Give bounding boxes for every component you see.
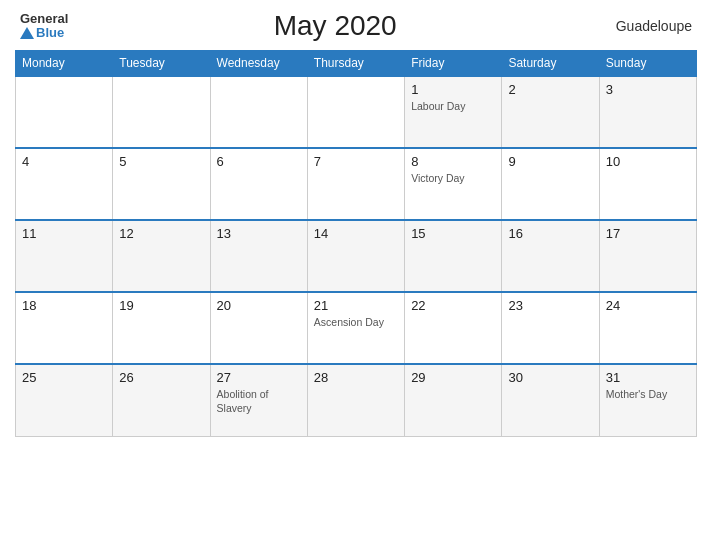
logo-general-text: General — [20, 12, 68, 26]
calendar-cell: 16 — [502, 220, 599, 292]
calendar-cell: 17 — [599, 220, 696, 292]
day-event: Abolition of Slavery — [217, 388, 269, 414]
calendar-cell — [307, 76, 404, 148]
day-event: Victory Day — [411, 172, 465, 184]
day-number: 3 — [606, 82, 690, 97]
calendar-page: General Blue May 2020 Guadeloupe Monday … — [0, 0, 712, 550]
day-number: 31 — [606, 370, 690, 385]
calendar-cell: 12 — [113, 220, 210, 292]
day-number: 27 — [217, 370, 301, 385]
calendar-cell: 13 — [210, 220, 307, 292]
col-friday: Friday — [405, 51, 502, 77]
day-number: 13 — [217, 226, 301, 241]
col-monday: Monday — [16, 51, 113, 77]
day-event: Labour Day — [411, 100, 465, 112]
logo-triangle-icon — [20, 27, 34, 39]
calendar-cell: 2 — [502, 76, 599, 148]
calendar-table: Monday Tuesday Wednesday Thursday Friday… — [15, 50, 697, 437]
calendar-cell — [210, 76, 307, 148]
calendar-cell: 21Ascension Day — [307, 292, 404, 364]
day-number: 12 — [119, 226, 203, 241]
calendar-cell: 1Labour Day — [405, 76, 502, 148]
calendar-cell: 15 — [405, 220, 502, 292]
calendar-week-row: 18192021Ascension Day222324 — [16, 292, 697, 364]
day-number: 23 — [508, 298, 592, 313]
day-number: 11 — [22, 226, 106, 241]
calendar-cell — [16, 76, 113, 148]
calendar-cell: 23 — [502, 292, 599, 364]
calendar-cell: 7 — [307, 148, 404, 220]
calendar-cell: 27Abolition of Slavery — [210, 364, 307, 436]
day-number: 7 — [314, 154, 398, 169]
calendar-cell: 4 — [16, 148, 113, 220]
calendar-cell: 19 — [113, 292, 210, 364]
day-number: 21 — [314, 298, 398, 313]
calendar-week-row: 252627Abolition of Slavery28293031Mother… — [16, 364, 697, 436]
calendar-cell: 6 — [210, 148, 307, 220]
calendar-week-row: 45678Victory Day910 — [16, 148, 697, 220]
day-number: 17 — [606, 226, 690, 241]
calendar-cell: 31Mother's Day — [599, 364, 696, 436]
day-number: 26 — [119, 370, 203, 385]
calendar-cell: 22 — [405, 292, 502, 364]
calendar-cell: 11 — [16, 220, 113, 292]
page-header: General Blue May 2020 Guadeloupe — [15, 10, 697, 42]
col-wednesday: Wednesday — [210, 51, 307, 77]
day-number: 24 — [606, 298, 690, 313]
day-number: 29 — [411, 370, 495, 385]
day-number: 19 — [119, 298, 203, 313]
calendar-cell: 28 — [307, 364, 404, 436]
calendar-cell: 18 — [16, 292, 113, 364]
calendar-week-row: 11121314151617 — [16, 220, 697, 292]
calendar-cell — [113, 76, 210, 148]
calendar-cell: 5 — [113, 148, 210, 220]
day-number: 2 — [508, 82, 592, 97]
day-number: 9 — [508, 154, 592, 169]
region-label: Guadeloupe — [602, 18, 692, 34]
day-number: 18 — [22, 298, 106, 313]
logo-blue-text: Blue — [20, 26, 68, 40]
col-saturday: Saturday — [502, 51, 599, 77]
calendar-cell: 29 — [405, 364, 502, 436]
logo: General Blue — [20, 12, 68, 41]
day-number: 5 — [119, 154, 203, 169]
day-number: 20 — [217, 298, 301, 313]
day-number: 25 — [22, 370, 106, 385]
calendar-cell: 25 — [16, 364, 113, 436]
calendar-cell: 30 — [502, 364, 599, 436]
day-event: Ascension Day — [314, 316, 384, 328]
day-number: 1 — [411, 82, 495, 97]
day-number: 30 — [508, 370, 592, 385]
calendar-cell: 10 — [599, 148, 696, 220]
calendar-cell: 20 — [210, 292, 307, 364]
calendar-cell: 8Victory Day — [405, 148, 502, 220]
col-thursday: Thursday — [307, 51, 404, 77]
calendar-cell: 24 — [599, 292, 696, 364]
calendar-header-row: Monday Tuesday Wednesday Thursday Friday… — [16, 51, 697, 77]
col-tuesday: Tuesday — [113, 51, 210, 77]
day-number: 15 — [411, 226, 495, 241]
day-number: 14 — [314, 226, 398, 241]
calendar-cell: 26 — [113, 364, 210, 436]
day-number: 10 — [606, 154, 690, 169]
calendar-week-row: 1Labour Day23 — [16, 76, 697, 148]
calendar-cell: 14 — [307, 220, 404, 292]
day-number: 4 — [22, 154, 106, 169]
col-sunday: Sunday — [599, 51, 696, 77]
day-number: 22 — [411, 298, 495, 313]
day-number: 6 — [217, 154, 301, 169]
day-number: 8 — [411, 154, 495, 169]
day-number: 28 — [314, 370, 398, 385]
calendar-cell: 3 — [599, 76, 696, 148]
calendar-title: May 2020 — [68, 10, 602, 42]
day-event: Mother's Day — [606, 388, 668, 400]
calendar-cell: 9 — [502, 148, 599, 220]
day-number: 16 — [508, 226, 592, 241]
